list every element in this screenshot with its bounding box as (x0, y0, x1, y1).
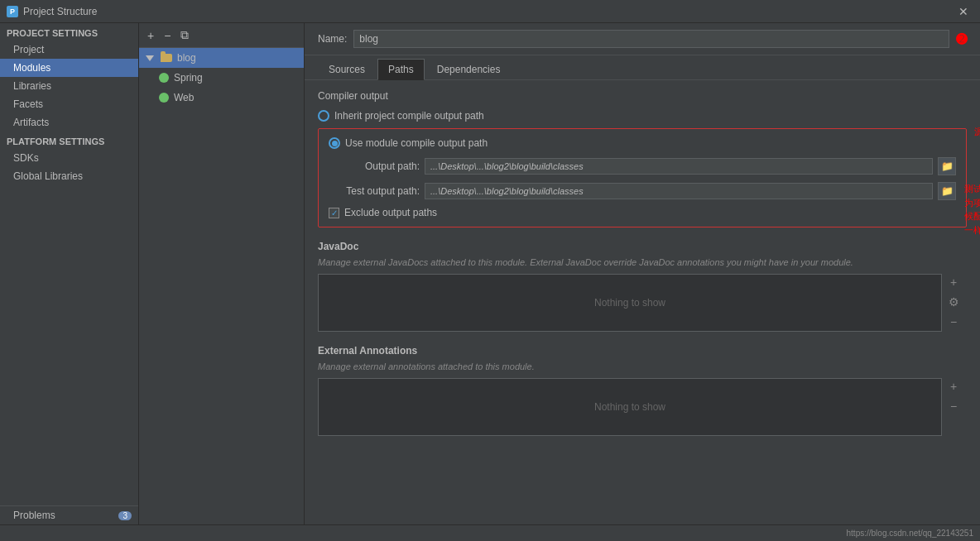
expand-icon (146, 55, 154, 61)
remove-module-button[interactable]: − (161, 27, 174, 44)
exclude-label: Exclude output paths (344, 207, 437, 218)
status-bar: https://blog.csdn.net/qq_22143251 (0, 524, 980, 541)
output-path-row: Output path: 📁 (329, 157, 956, 175)
title-bar: P Project Structure ✕ (0, 0, 980, 23)
app-icon: P (7, 6, 18, 17)
window-title: Project Structure (23, 6, 97, 17)
tab-sources[interactable]: Sources (318, 59, 376, 79)
sidebar-item-modules[interactable]: Modules (0, 59, 138, 77)
tab-paths[interactable]: Paths (377, 59, 425, 80)
callout-compile: 源文件模块编译导出路径 (974, 125, 980, 139)
ext-annotations-empty-box: Nothing to show (318, 378, 942, 436)
add-module-button[interactable]: + (144, 27, 157, 44)
annotation-arrow: ➋ (956, 31, 967, 47)
callout-test: 测试导出路径，这俩路径可以自己定义，通常为项目下的\target或者\out目录… (964, 182, 980, 237)
test-output-path-browse-button[interactable]: 📁 (938, 182, 956, 200)
compile-box: 源文件模块编译导出路径 Use module compile output pa… (318, 128, 967, 227)
sidebar-item-facets[interactable]: Facets (0, 95, 138, 113)
javadoc-nothing: Nothing to show (594, 297, 665, 309)
javadoc-btn-group: + ⚙ − (945, 274, 962, 330)
web-icon (159, 93, 169, 103)
ext-annotations-section: External Annotations Manage external ann… (318, 345, 967, 436)
sidebar-item-global-libraries[interactable]: Global Libraries (0, 167, 138, 185)
exclude-checkbox[interactable]: ✓ (329, 208, 339, 218)
tabs-row: Sources Paths Dependencies (305, 55, 980, 80)
platform-settings-header: PLATFORM SETTINGS (0, 132, 138, 149)
use-module-option[interactable]: Use module compile output path (329, 137, 956, 149)
module-item-blog[interactable]: blog (139, 48, 304, 68)
javadoc-add-button[interactable]: + (945, 274, 962, 290)
panel-body: Compiler output Inherit project compile … (305, 80, 980, 524)
module-toolbar: + − ⧉ (139, 23, 304, 48)
ext-annotations-title: External Annotations (318, 345, 967, 357)
ext-annotations-nothing: Nothing to show (594, 401, 665, 413)
inherit-label: Inherit project compile output path (334, 110, 484, 122)
module-item-web[interactable]: Web (139, 88, 304, 108)
close-button[interactable]: ✕ (954, 3, 973, 20)
spring-icon (159, 73, 169, 83)
ext-annotations-remove-button[interactable]: − (945, 398, 962, 414)
inherit-option[interactable]: Inherit project compile output path (318, 110, 967, 122)
sidebar: PROJECT SETTINGS Project Modules Librari… (0, 23, 139, 524)
output-path-label: Output path: (329, 160, 420, 172)
folder-icon (161, 54, 172, 62)
ext-annotations-add-button[interactable]: + (945, 378, 962, 395)
copy-module-button[interactable]: ⧉ (177, 26, 192, 44)
right-panel: Name: ➋ Sources Paths Dependencies Com (305, 23, 980, 524)
sidebar-item-project[interactable]: Project (0, 41, 138, 59)
javadoc-section: JavaDoc Manage external JavaDocs attache… (318, 241, 967, 332)
tab-dependencies[interactable]: Dependencies (426, 59, 512, 79)
ext-annotations-btn-group: + − (945, 378, 962, 414)
use-module-radio[interactable] (329, 137, 340, 149)
module-item-spring[interactable]: Spring (139, 68, 304, 88)
javadoc-empty-box: Nothing to show (318, 274, 942, 332)
javadoc-settings-button[interactable]: ⚙ (945, 294, 962, 310)
javadoc-title: JavaDoc (318, 241, 967, 252)
output-path-browse-button[interactable]: 📁 (938, 157, 956, 175)
sidebar-item-artifacts[interactable]: Artifacts (0, 113, 138, 132)
name-row: Name: ➋ (305, 23, 980, 55)
output-path-input[interactable] (425, 158, 933, 175)
test-output-path-row: Test output path: 📁 测试导出路径，这俩路径可以自己定义，通常… (329, 182, 956, 200)
problems-badge: 3 (118, 511, 132, 520)
javadoc-remove-button[interactable]: − (945, 314, 962, 330)
name-input[interactable] (353, 30, 949, 48)
exclude-checkbox-row[interactable]: ✓ Exclude output paths (329, 207, 956, 218)
inherit-radio[interactable] (318, 110, 329, 122)
javadoc-desc: Manage external JavaDocs attached to thi… (318, 257, 967, 267)
sidebar-item-problems[interactable]: Problems 3 (0, 505, 138, 524)
ext-annotations-desc: Manage external annotations attached to … (318, 361, 967, 371)
project-settings-header: PROJECT SETTINGS (0, 23, 138, 41)
sidebar-item-libraries[interactable]: Libraries (0, 77, 138, 95)
use-module-label: Use module compile output path (345, 137, 488, 149)
sidebar-item-sdks[interactable]: SDKs (0, 149, 138, 167)
status-url: https://blog.csdn.net/qq_22143251 (847, 529, 973, 538)
compiler-output-title: Compiler output (318, 90, 967, 102)
test-output-path-label: Test output path: (329, 185, 420, 197)
test-output-path-input[interactable] (425, 183, 933, 199)
module-tree: + − ⧉ blog Spring Web (139, 23, 305, 524)
name-label: Name: (318, 33, 347, 45)
